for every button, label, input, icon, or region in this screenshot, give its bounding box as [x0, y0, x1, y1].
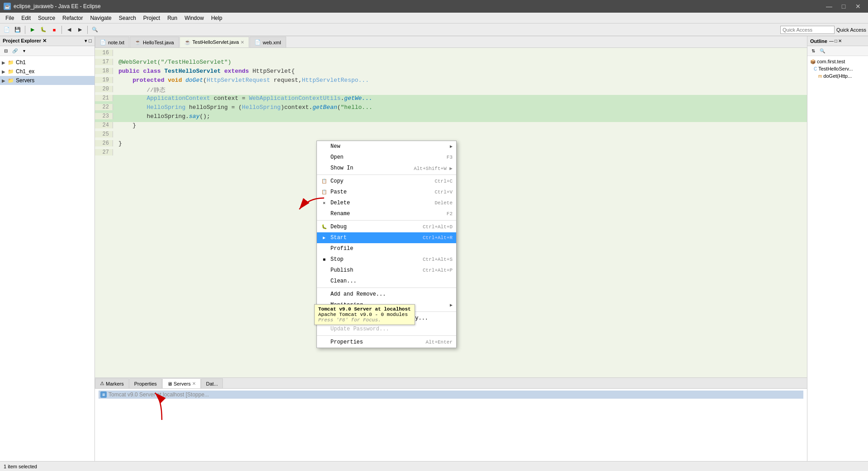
line-num-27: 27	[95, 149, 113, 155]
line-num-17: 17	[95, 59, 113, 65]
ctx-addremove-text: Add and Remove...	[330, 291, 386, 297]
outline-class-label: TestHelloServ...	[818, 66, 853, 71]
maximize-button[interactable]: □	[837, 1, 850, 11]
stop-button[interactable]: ■	[49, 25, 59, 35]
menu-project[interactable]: Project	[140, 14, 164, 22]
menu-refactor[interactable]: Refactor	[59, 14, 86, 22]
outline-sort-button[interactable]: ⇅	[809, 47, 817, 55]
ctx-copy[interactable]: 📋 Copy Ctrl+C	[317, 176, 456, 187]
collapse-all-button[interactable]: ⊟	[2, 47, 10, 55]
ctx-new[interactable]: New ▶	[317, 141, 456, 152]
ctx-addremove-label: Add and Remove...	[321, 291, 386, 298]
menu-run[interactable]: Run	[164, 14, 181, 22]
tab-markers-label: Markers	[106, 381, 124, 386]
menu-help[interactable]: Help	[208, 14, 226, 22]
outline-filter-button[interactable]: 🔍	[818, 47, 826, 55]
editor-tabs: 📄 note.txt ☕ HelloTest.java ☕ TestHelloS…	[95, 36, 807, 48]
menu-file[interactable]: File	[2, 14, 18, 22]
menu-source[interactable]: Source	[34, 14, 59, 22]
save-button[interactable]: 💾	[13, 25, 23, 35]
new-button[interactable]: 📄	[2, 25, 12, 35]
ctx-properties[interactable]: Properties Alt+Enter	[317, 337, 456, 348]
ctx-start[interactable]: ▶ Start Ctrl+Alt+R	[317, 232, 456, 243]
outline-package[interactable]: 📦 com.first.test	[808, 58, 867, 65]
ch1-label: Ch1	[16, 59, 26, 66]
search-button[interactable]: 🔍	[90, 25, 100, 35]
ctx-rename[interactable]: Rename F2	[317, 208, 456, 219]
tab-servers[interactable]: 🖥 Servers ✕	[162, 378, 201, 388]
ctx-paste-shortcut: Ctrl+V	[434, 189, 453, 195]
line-content-21: ApplicationContext context = WebApplicat…	[113, 95, 807, 102]
server-item-tomcat[interactable]: 🖥 Tomcat v9.0 Server at localhost [Stopp…	[99, 391, 803, 399]
code-line-20: 20 //静态	[95, 86, 807, 95]
tab-dat-label: Dat...	[206, 381, 218, 386]
debug-button[interactable]: 🐛	[38, 25, 48, 35]
outline-class[interactable]: C TestHelloServ...	[808, 65, 867, 72]
ctx-paste[interactable]: 📋 Paste Ctrl+V	[317, 187, 456, 198]
ch1ex-arrow: ▶	[2, 69, 7, 74]
class-icon: C	[814, 66, 817, 71]
ctx-stop[interactable]: ■ Stop Ctrl+Alt+S	[317, 254, 456, 265]
tab-markers[interactable]: ⚠ Markers	[95, 378, 129, 388]
tree-menu-button[interactable]: ▾	[20, 47, 28, 55]
outline-header-controls: — □ ✕	[829, 38, 842, 43]
outline-close[interactable]: ✕	[838, 38, 842, 43]
ctx-open[interactable]: Open F3	[317, 152, 456, 163]
profile-icon	[321, 245, 328, 252]
line-content-26: }	[113, 140, 807, 147]
menu-navigate[interactable]: Navigate	[86, 14, 115, 22]
code-editor[interactable]: 16 17 @WebServlet("/TestHelloServlet") 1…	[95, 48, 807, 377]
tab-hellotest[interactable]: ☕ HelloTest.java	[130, 37, 179, 47]
ctx-profile[interactable]: Profile	[317, 243, 456, 254]
ctx-debug[interactable]: 🐛 Debug Ctrl+Alt+D	[317, 221, 456, 232]
menu-edit[interactable]: Edit	[18, 14, 34, 22]
tree-item-ch1[interactable]: ▶ 📁 Ch1	[0, 58, 94, 67]
run-button[interactable]: ▶	[28, 25, 38, 35]
code-line-24: 24 }	[95, 122, 807, 131]
tab-properties[interactable]: Properties	[129, 378, 162, 388]
tab-webxml[interactable]: 📄 web.xml	[250, 37, 286, 47]
outline-method[interactable]: m doGet(Http...	[808, 72, 867, 80]
tab-testservlet-close[interactable]: ✕	[241, 40, 244, 45]
ctx-publish[interactable]: Publish Ctrl+Alt+P	[317, 265, 456, 276]
ch1-folder-icon: 📁	[7, 59, 14, 66]
outline-maximize[interactable]: □	[835, 38, 837, 43]
forward-button[interactable]: ▶	[75, 25, 85, 35]
tree-item-ch1ex[interactable]: ▶ 📁 Ch1_ex	[0, 67, 94, 76]
tab-note-icon: 📄	[100, 39, 106, 45]
debug-icon: 🐛	[321, 223, 328, 231]
quick-access-input[interactable]	[780, 26, 835, 34]
project-explorer-toolbar: ⊟ 🔗 ▾	[0, 46, 94, 56]
statusbar: 1 item selected	[0, 461, 868, 471]
menu-search[interactable]: Search	[115, 14, 140, 22]
menu-window[interactable]: Window	[181, 14, 208, 22]
ctx-new-icon	[321, 143, 328, 150]
back-button[interactable]: ◀	[64, 25, 74, 35]
ctx-delete[interactable]: ✕ Delete Delete	[317, 198, 456, 208]
tab-note-txt[interactable]: 📄 note.txt	[95, 37, 129, 47]
line-num-25: 25	[95, 131, 113, 137]
tab-testservlet-icon: ☕	[184, 39, 191, 45]
center-wrapper: 📄 note.txt ☕ HelloTest.java ☕ TestHelloS…	[95, 36, 807, 461]
ctx-showin[interactable]: Show In Alt+Shift+W ▶	[317, 163, 456, 174]
ctx-copy-text: Copy	[330, 178, 344, 184]
tree-item-servers[interactable]: ▶ 📁 Servers	[0, 76, 94, 85]
outline-minimize[interactable]: —	[829, 38, 834, 43]
minimize-button[interactable]: —	[823, 1, 835, 11]
ctx-properties-label: Properties	[321, 339, 363, 346]
tab-testservlet[interactable]: ☕ TestHelloServlet.java ✕	[179, 37, 250, 47]
link-editor-button[interactable]: 🔗	[11, 47, 19, 55]
ctx-clean-label: Clean...	[321, 278, 357, 285]
line-content-24: }	[113, 122, 807, 129]
close-button[interactable]: ✕	[852, 1, 864, 11]
tab-dat[interactable]: Dat...	[201, 378, 223, 388]
ctx-clean[interactable]: Clean...	[317, 276, 456, 287]
tab-hellotest-icon: ☕	[135, 39, 141, 45]
ctx-open-text: Open	[330, 154, 344, 160]
line-num-22: 22	[95, 104, 113, 110]
ctx-addremove[interactable]: Add and Remove...	[317, 289, 456, 300]
outline-package-label: com.first.test	[817, 59, 845, 64]
toolbar-separator-1	[25, 26, 25, 34]
ctx-delete-shortcut: Delete	[434, 200, 453, 206]
tab-servers-close[interactable]: ✕	[192, 381, 196, 386]
